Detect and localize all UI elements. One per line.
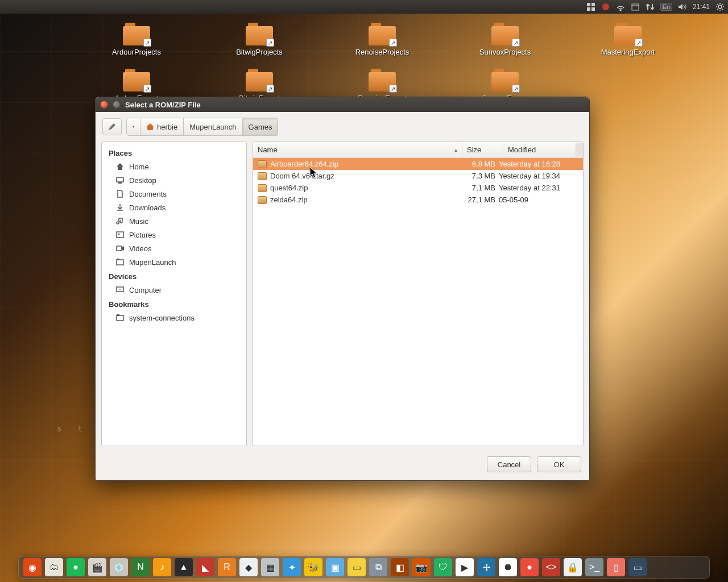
archive-icon xyxy=(258,172,267,180)
network-icon[interactable] xyxy=(646,2,655,11)
dock-item-youtube[interactable]: ▶ xyxy=(456,558,474,576)
dock-item-code[interactable]: <> xyxy=(542,558,560,576)
dock-item-notes[interactable]: ▭ xyxy=(348,558,366,576)
shortcut-arrow-icon: ↗ xyxy=(143,85,151,93)
dock-item-monitor[interactable]: ▭ xyxy=(628,558,647,576)
desktop-folder[interactable]: ↗ArdourProjects xyxy=(102,23,171,56)
gear-icon[interactable] xyxy=(715,2,725,11)
dock-item-mixer[interactable]: ◣ xyxy=(196,558,214,576)
sidebar-item[interactable]: Computer xyxy=(104,283,244,297)
ok-button[interactable]: OK xyxy=(537,456,581,472)
record-indicator-icon[interactable] xyxy=(601,2,610,11)
sidebar-item[interactable]: Pictures xyxy=(104,228,244,242)
dock-item-av[interactable]: 🛡 xyxy=(434,558,452,576)
folder-icon: ↗ xyxy=(369,69,396,92)
computer-icon xyxy=(115,285,125,294)
dock-item-bee[interactable]: 🐝 xyxy=(304,558,322,576)
dock-item-terminal[interactable]: >_ xyxy=(585,558,603,576)
dock-item-renoise[interactable]: R xyxy=(218,558,236,576)
dock-item-ardour[interactable]: ◆ xyxy=(239,558,258,576)
desktop-folder[interactable]: ↗SunvoxProjects xyxy=(471,23,539,56)
file-modified: 05-05-09 xyxy=(499,196,578,204)
calendar-icon[interactable] xyxy=(631,2,640,11)
file-modified: Yesterday at 22:31 xyxy=(499,184,578,192)
dock-item-screenshot[interactable]: 📷 xyxy=(412,558,431,576)
dock-item-calc[interactable]: ▦ xyxy=(261,558,279,576)
sidebar-item[interactable]: Music xyxy=(104,214,244,228)
places-sidebar[interactable]: Places HomeDesktopDocumentsDownloadsMusi… xyxy=(101,142,247,446)
dock-item-kde-app[interactable]: ✦ xyxy=(283,558,301,576)
dock-item-record[interactable]: ⏺ xyxy=(499,558,517,576)
svg-rect-17 xyxy=(117,177,123,182)
breadcrumb: herbieMupenLaunchGames xyxy=(126,118,278,136)
file-name: Airboarder64.z64.zip xyxy=(270,160,338,168)
edit-path-button[interactable] xyxy=(102,118,122,135)
dock-item-spotify[interactable]: ● xyxy=(67,558,85,576)
dock-item-burner[interactable]: 💿 xyxy=(110,558,128,576)
svg-rect-2 xyxy=(587,7,590,11)
scrollbar[interactable] xyxy=(576,143,582,156)
top-panel: En 21:41 xyxy=(0,0,728,14)
dock-item-vpn[interactable]: 🔒 xyxy=(564,558,582,576)
sidebar-item[interactable]: system-connections xyxy=(104,311,244,325)
file-row[interactable]: quest64.zip7,1 MBYesterday at 22:31 xyxy=(253,182,583,194)
workspace-icon[interactable] xyxy=(586,2,595,11)
svg-rect-19 xyxy=(117,232,123,238)
dock-item-box[interactable]: ▣ xyxy=(326,558,344,576)
titlebar[interactable]: Select a ROM/ZIP File xyxy=(96,97,589,112)
dock-item-video-editor[interactable]: 🎬 xyxy=(88,558,106,576)
desktop-folder[interactable]: ↗RenoiseProjects xyxy=(348,23,416,56)
dock-item-monitor-pink[interactable]: ▯ xyxy=(607,558,625,576)
dock-item-app-dark[interactable]: ▲ xyxy=(175,558,193,576)
wifi-icon[interactable] xyxy=(616,2,625,11)
dock-item-music-player[interactable]: ♪ xyxy=(153,558,171,576)
sidebar-item[interactable]: MupenLaunch xyxy=(104,255,244,269)
column-header-name[interactable]: Name ▴ xyxy=(253,142,462,157)
cancel-button[interactable]: Cancel xyxy=(487,456,531,472)
svg-rect-18 xyxy=(118,182,122,184)
shortcut-arrow-icon: ↗ xyxy=(389,85,397,93)
archive-icon xyxy=(258,196,267,204)
keyboard-layout-indicator[interactable]: En xyxy=(660,3,672,11)
dock-item-shutter[interactable]: ✢ xyxy=(477,558,495,576)
sidebar-item[interactable]: Desktop xyxy=(104,173,244,187)
breadcrumb-segment[interactable]: Games xyxy=(243,118,278,135)
sidebar-item[interactable]: Documents xyxy=(104,187,244,201)
desktop-folder-label: MasteringExport xyxy=(601,48,655,56)
sidebar-item-label: Documents xyxy=(129,190,167,198)
dock-item-mupen64[interactable]: N xyxy=(131,558,150,576)
breadcrumb-segment[interactable]: herbie xyxy=(140,118,184,135)
dock-item-ubuntu[interactable]: ◉ xyxy=(23,558,42,576)
clock[interactable]: 21:41 xyxy=(693,3,710,11)
pictures-icon xyxy=(115,230,125,239)
shortcut-arrow-icon: ↗ xyxy=(143,39,151,47)
dock-item-disc[interactable]: ● xyxy=(520,558,539,576)
file-row[interactable]: zelda64.zip27,1 MB05-05-09 xyxy=(253,194,583,206)
column-header-name-label: Name xyxy=(258,146,278,154)
file-size: 6,8 MB xyxy=(458,160,499,168)
archive-icon xyxy=(258,184,267,192)
column-header-modified[interactable]: Modified xyxy=(503,142,583,157)
breadcrumb-segment[interactable]: MupenLaunch xyxy=(184,118,242,135)
column-header-size[interactable]: Size xyxy=(462,142,503,157)
desktop-folder-label: ArdourProjects xyxy=(112,48,161,56)
sidebar-item[interactable]: Home xyxy=(104,160,244,173)
close-icon[interactable] xyxy=(100,101,108,109)
volume-icon[interactable] xyxy=(678,2,687,11)
dock-item-vm[interactable]: ⧉ xyxy=(369,558,387,576)
dock-item-image-editor[interactable]: ◧ xyxy=(391,558,409,576)
file-row[interactable]: Airboarder64.z64.zip6,8 MBYesterday at 1… xyxy=(253,158,583,170)
desktop-folder[interactable]: ↗MasteringExport xyxy=(594,23,662,56)
desktop-folder[interactable]: ↗BitwigProjects xyxy=(225,23,293,56)
svg-rect-6 xyxy=(632,4,639,10)
sidebar-item[interactable]: Videos xyxy=(104,242,244,255)
file-row[interactable]: Doom 64.v64.tar.gz7,3 MBYesterday at 19:… xyxy=(253,170,583,182)
nav-back-button[interactable] xyxy=(127,118,140,135)
places-header: Places xyxy=(104,146,244,160)
sort-ascending-icon: ▴ xyxy=(454,147,457,153)
file-modified: Yesterday at 16:28 xyxy=(499,160,578,168)
dock-item-files[interactable]: 🗂 xyxy=(45,558,63,576)
minimize-icon[interactable] xyxy=(113,101,121,109)
documents-icon xyxy=(115,189,125,198)
sidebar-item[interactable]: Downloads xyxy=(104,201,244,214)
